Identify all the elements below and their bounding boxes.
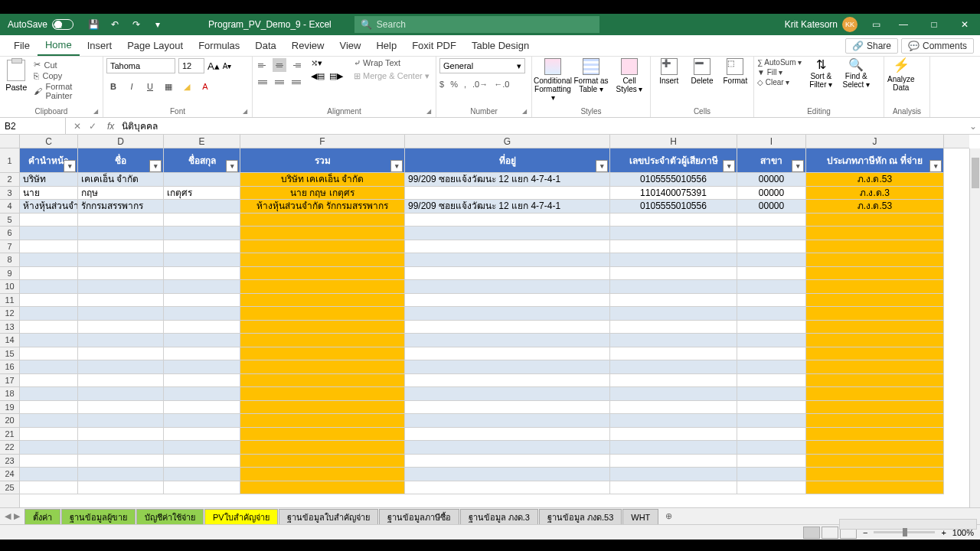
cell[interactable] bbox=[737, 428, 806, 442]
cell[interactable] bbox=[164, 468, 240, 481]
cell[interactable] bbox=[405, 401, 610, 415]
column-header[interactable]: F bbox=[240, 135, 405, 148]
cell[interactable] bbox=[610, 428, 737, 442]
sheet-tab[interactable]: ฐานข้อมูล ภงด.3 bbox=[460, 509, 538, 524]
increase-decimal-icon[interactable]: .0→ bbox=[472, 80, 488, 89]
cell[interactable] bbox=[405, 280, 610, 294]
cell[interactable] bbox=[737, 387, 806, 401]
cell[interactable] bbox=[405, 187, 610, 201]
cell[interactable] bbox=[240, 321, 405, 334]
tab-home[interactable]: Home bbox=[38, 35, 80, 56]
cell[interactable] bbox=[78, 280, 164, 294]
analyze-data-button[interactable]: ⚡AnalyzeData bbox=[887, 58, 915, 92]
cell[interactable] bbox=[20, 455, 78, 468]
tab-help[interactable]: Help bbox=[368, 35, 404, 56]
cell[interactable]: เคเคเอ็น จำกัด bbox=[78, 173, 164, 187]
cell[interactable] bbox=[806, 347, 944, 361]
cell[interactable] bbox=[164, 428, 240, 442]
cell[interactable] bbox=[164, 321, 240, 334]
format-painter-button[interactable]: 🖌 Format Painter bbox=[34, 82, 98, 100]
cell[interactable] bbox=[405, 227, 610, 240]
sheet-tab[interactable]: ตั้งค่า bbox=[24, 509, 60, 524]
cell[interactable] bbox=[806, 481, 944, 495]
cell[interactable] bbox=[610, 441, 737, 455]
cell[interactable] bbox=[240, 387, 405, 401]
decrease-indent-icon[interactable]: ◀▤ bbox=[311, 71, 325, 81]
cell[interactable] bbox=[610, 294, 737, 308]
cell[interactable] bbox=[240, 307, 405, 321]
cell[interactable] bbox=[240, 455, 405, 468]
cell[interactable] bbox=[806, 334, 944, 347]
column-header[interactable]: J bbox=[806, 135, 944, 148]
cell[interactable] bbox=[610, 227, 737, 240]
tab-review[interactable]: Review bbox=[284, 35, 332, 56]
cell[interactable] bbox=[405, 428, 610, 442]
cell[interactable] bbox=[610, 240, 737, 254]
cell[interactable] bbox=[78, 307, 164, 321]
conditional-formatting-button[interactable]: ConditionalFormatting ▾ bbox=[535, 58, 570, 102]
zoom-slider[interactable] bbox=[874, 531, 935, 533]
cell[interactable] bbox=[20, 307, 78, 321]
row-header[interactable]: 7 bbox=[0, 240, 19, 254]
cell[interactable] bbox=[737, 360, 806, 374]
tab-view[interactable]: View bbox=[332, 35, 368, 56]
cell[interactable] bbox=[806, 455, 944, 468]
sheet-nav-next-icon[interactable]: ▶ bbox=[14, 511, 20, 521]
border-button[interactable]: ▦ bbox=[162, 80, 175, 93]
cell[interactable] bbox=[405, 387, 610, 401]
redo-icon[interactable]: ↷ bbox=[130, 18, 142, 31]
cell[interactable] bbox=[240, 481, 405, 495]
bold-button[interactable]: B bbox=[106, 80, 120, 93]
sheet-tab[interactable]: PVใบสำคัญจ่าย bbox=[204, 509, 278, 524]
cell[interactable] bbox=[737, 374, 806, 388]
cell[interactable] bbox=[20, 374, 78, 388]
cell[interactable] bbox=[240, 360, 405, 374]
undo-icon[interactable]: ↶ bbox=[109, 18, 121, 31]
cell[interactable] bbox=[610, 468, 737, 481]
cell[interactable]: ภ.ง.ด.53 bbox=[806, 200, 944, 214]
cell[interactable] bbox=[240, 401, 405, 415]
cell[interactable]: นาย bbox=[20, 187, 78, 201]
cell[interactable] bbox=[240, 414, 405, 428]
cell[interactable]: 00000 bbox=[737, 173, 806, 187]
table-header[interactable]: ประเภทภาษีหัก ณ ที่จ่าย bbox=[806, 148, 944, 173]
cell[interactable] bbox=[737, 280, 806, 294]
cell[interactable] bbox=[610, 374, 737, 388]
cell[interactable] bbox=[164, 294, 240, 308]
cell[interactable] bbox=[610, 455, 737, 468]
cell[interactable] bbox=[20, 294, 78, 308]
cell[interactable] bbox=[737, 267, 806, 281]
cell[interactable] bbox=[737, 240, 806, 254]
column-header[interactable]: E bbox=[164, 135, 240, 148]
row-header[interactable]: 13 bbox=[0, 321, 19, 334]
column-header[interactable]: G bbox=[405, 135, 610, 148]
cell[interactable] bbox=[610, 253, 737, 267]
cell[interactable] bbox=[78, 334, 164, 347]
cell[interactable] bbox=[610, 214, 737, 227]
cell[interactable] bbox=[737, 401, 806, 415]
cell[interactable] bbox=[737, 414, 806, 428]
cell[interactable]: 00000 bbox=[737, 187, 806, 201]
cell[interactable] bbox=[78, 387, 164, 401]
cell[interactable] bbox=[240, 267, 405, 281]
row-header[interactable]: 24 bbox=[0, 468, 19, 481]
table-header[interactable]: สาขา bbox=[737, 148, 806, 173]
alignment-buttons[interactable] bbox=[256, 58, 303, 89]
percent-format-icon[interactable]: % bbox=[450, 80, 458, 89]
cell[interactable] bbox=[164, 441, 240, 455]
cell[interactable] bbox=[78, 240, 164, 254]
row-header[interactable]: 19 bbox=[0, 401, 19, 415]
font-color-button[interactable]: A bbox=[198, 80, 212, 93]
cell[interactable] bbox=[806, 387, 944, 401]
sheet-tab[interactable]: บัญชีค่าใช้จ่าย bbox=[136, 509, 204, 524]
table-header[interactable]: คำนำหน้า bbox=[20, 148, 78, 173]
fill-color-button[interactable]: ◢ bbox=[180, 80, 194, 93]
row-header[interactable]: 10 bbox=[0, 280, 19, 294]
cell[interactable]: 00000 bbox=[737, 200, 806, 214]
cell[interactable] bbox=[78, 414, 164, 428]
search-box[interactable]: 🔍 Search bbox=[354, 16, 599, 33]
cell[interactable] bbox=[164, 280, 240, 294]
cell[interactable] bbox=[164, 334, 240, 347]
cell[interactable] bbox=[806, 307, 944, 321]
cell[interactable]: 99/209 ซอยแจ้งวัฒนะ 12 แยก 4-7-4-1 bbox=[405, 173, 610, 187]
